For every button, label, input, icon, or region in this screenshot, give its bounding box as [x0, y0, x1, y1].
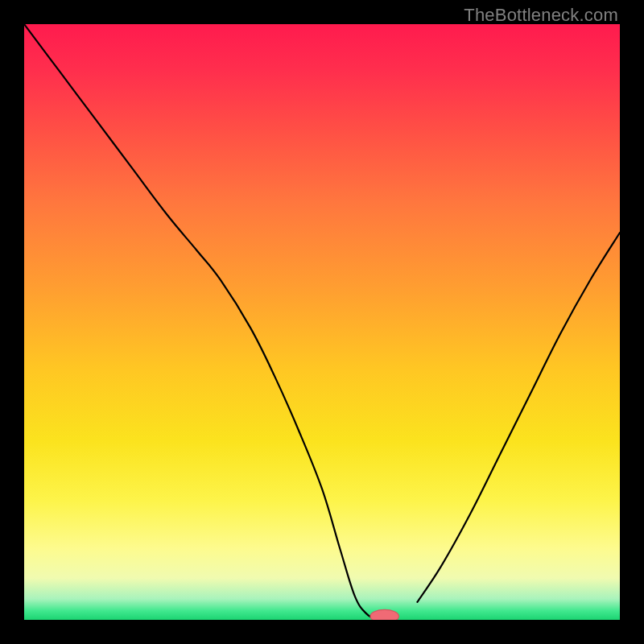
bottleneck-chart: [24, 24, 620, 620]
optimal-point-marker: [370, 609, 399, 620]
chart-frame: TheBottleneck.com: [0, 0, 644, 644]
gradient-background: [24, 24, 620, 620]
watermark-text: TheBottleneck.com: [464, 5, 618, 26]
